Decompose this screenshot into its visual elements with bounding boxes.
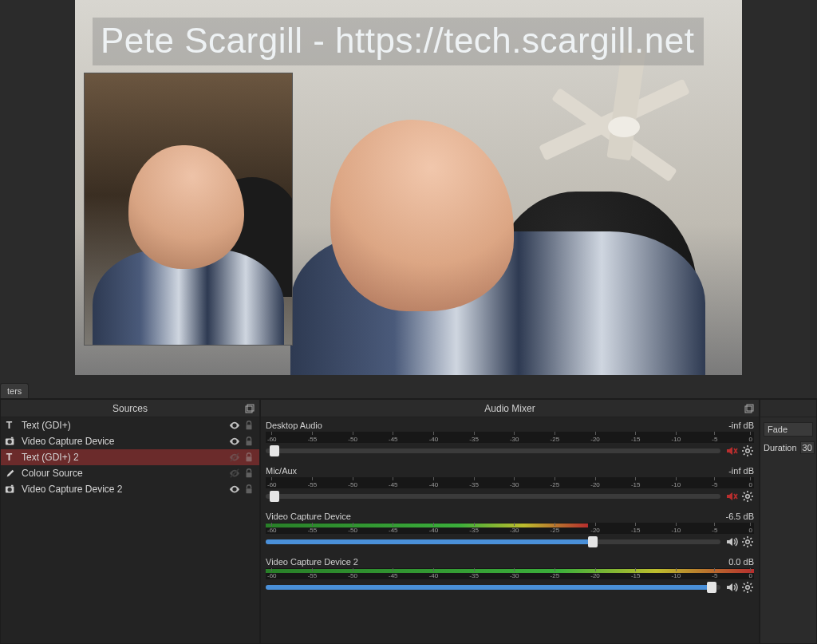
- transition-select-label: Fade: [768, 425, 787, 434]
- speaker-icon[interactable]: [725, 535, 738, 548]
- mixer-title: Audio Mixer: [484, 403, 535, 414]
- source-row[interactable]: Colour Source: [1, 465, 259, 481]
- source-label: Video Capture Device 2: [22, 484, 224, 495]
- svg-text:T: T: [6, 452, 13, 463]
- svg-rect-7: [247, 441, 252, 445]
- audio-meter: -60-55-50-45-40-35-30-25-20-15-10-50: [266, 477, 754, 488]
- channel-db: 0.0 dB: [728, 557, 754, 567]
- transition-select[interactable]: Fade: [764, 422, 813, 437]
- visibility-toggle-icon[interactable]: [229, 452, 240, 463]
- filters-tab[interactable]: ters: [0, 383, 29, 398]
- tab-strip: ters: [0, 380, 817, 399]
- svg-rect-3: [247, 425, 252, 429]
- svg-rect-18: [747, 405, 753, 411]
- svg-point-28: [746, 495, 750, 499]
- duration-input[interactable]: 30: [800, 441, 815, 454]
- source-label: Colour Source: [22, 468, 224, 479]
- visibility-toggle-icon[interactable]: [229, 436, 240, 447]
- svg-text:T: T: [6, 420, 13, 431]
- audio-channel: Mic/Aux-inf dB-60-55-50-45-40-35-30-25-2…: [266, 466, 754, 504]
- text-icon: T: [4, 420, 17, 431]
- svg-line-52: [750, 590, 752, 591]
- camera-icon: [4, 436, 17, 447]
- source-row[interactable]: Video Capture Device 2: [1, 481, 259, 497]
- lock-icon[interactable]: [243, 468, 255, 479]
- sources-title: Sources: [112, 403, 148, 414]
- camera-icon: [4, 484, 17, 495]
- svg-line-51: [744, 583, 745, 585]
- visibility-toggle-icon[interactable]: [229, 420, 240, 431]
- volume-slider[interactable]: [266, 494, 720, 499]
- channel-name: Video Capture Device 2: [266, 557, 358, 567]
- source-row[interactable]: Video Capture Device: [1, 433, 259, 449]
- preview-canvas[interactable]: Pete Scargill - https://tech.scargill.ne…: [75, 0, 742, 375]
- source-row[interactable]: TText (GDI+) 2: [1, 449, 259, 465]
- audio-mixer-panel: Audio Mixer Desktop Audio-inf dB-60-55-5…: [260, 399, 760, 644]
- channel-db: -inf dB: [728, 466, 754, 476]
- audio-channel: Desktop Audio-inf dB-60-55-50-45-40-35-3…: [266, 421, 754, 458]
- svg-rect-17: [745, 406, 752, 413]
- svg-rect-10: [247, 456, 252, 461]
- svg-point-14: [8, 488, 12, 492]
- channel-name: Desktop Audio: [266, 421, 322, 430]
- audio-channel: Video Capture Device 20.0 dB-60-55-50-45…: [266, 557, 754, 595]
- brush-icon: [4, 468, 17, 479]
- transitions-panel: Fade Duration 30: [760, 399, 817, 644]
- channel-name: Video Capture Device: [266, 512, 351, 521]
- volume-slider[interactable]: [266, 448, 720, 453]
- lock-icon[interactable]: [243, 420, 255, 431]
- popout-icon[interactable]: [245, 404, 255, 413]
- source-row[interactable]: TText (GDI+): [1, 417, 259, 433]
- lock-icon[interactable]: [243, 452, 255, 463]
- svg-line-45: [750, 538, 752, 539]
- svg-line-26: [744, 453, 745, 455]
- svg-line-24: [744, 447, 745, 448]
- svg-point-46: [746, 586, 750, 590]
- audio-channel: Video Capture Device-6.5 dB-60-55-50-45-…: [266, 512, 754, 549]
- dock-panels: Sources TText (GDI+)Video Capture Device…: [0, 399, 817, 644]
- svg-line-25: [750, 453, 752, 455]
- speaker-muted-icon[interactable]: [725, 490, 738, 503]
- svg-point-37: [746, 540, 750, 544]
- source-label: Text (GDI+): [22, 420, 224, 431]
- mixer-header: Audio Mixer: [261, 400, 759, 417]
- svg-line-34: [750, 499, 752, 500]
- svg-line-42: [744, 538, 745, 539]
- popout-icon[interactable]: [744, 404, 754, 413]
- svg-line-33: [744, 492, 745, 494]
- visibility-toggle-icon[interactable]: [229, 468, 240, 479]
- person-head: [330, 120, 514, 311]
- speaker-icon[interactable]: [725, 581, 738, 594]
- svg-point-19: [746, 449, 750, 453]
- svg-rect-0: [246, 406, 252, 413]
- volume-slider[interactable]: [266, 539, 720, 544]
- channel-db: -inf dB: [728, 421, 754, 430]
- svg-line-36: [750, 492, 752, 494]
- audio-meter: -60-55-50-45-40-35-30-25-20-15-10-50: [266, 568, 754, 579]
- svg-rect-15: [11, 485, 14, 487]
- svg-line-54: [750, 583, 752, 585]
- svg-rect-12: [247, 472, 252, 477]
- svg-line-44: [744, 544, 745, 546]
- svg-rect-6: [11, 437, 14, 439]
- visibility-toggle-icon[interactable]: [229, 484, 240, 495]
- svg-line-27: [750, 447, 752, 448]
- gear-icon[interactable]: [741, 535, 754, 548]
- source-label: Text (GDI+) 2: [22, 452, 224, 463]
- gear-icon[interactable]: [741, 581, 754, 594]
- gear-icon[interactable]: [741, 444, 754, 457]
- overlay-text: Pete Scargill - https://tech.scargill.ne…: [93, 18, 704, 65]
- sources-panel: Sources TText (GDI+)Video Capture Device…: [0, 399, 260, 644]
- volume-slider[interactable]: [266, 585, 720, 590]
- transitions-header: [760, 400, 816, 417]
- svg-line-35: [744, 499, 745, 500]
- lock-icon[interactable]: [243, 484, 255, 495]
- gear-icon[interactable]: [741, 490, 754, 503]
- lock-icon[interactable]: [243, 436, 255, 447]
- audio-meter: -60-55-50-45-40-35-30-25-20-15-10-50: [266, 432, 754, 443]
- speaker-muted-icon[interactable]: [725, 444, 738, 457]
- preview-area: Pete Scargill - https://tech.scargill.ne…: [0, 0, 817, 380]
- text-icon: T: [4, 452, 17, 463]
- svg-point-5: [8, 440, 12, 444]
- mixer-body: Desktop Audio-inf dB-60-55-50-45-40-35-3…: [261, 417, 759, 643]
